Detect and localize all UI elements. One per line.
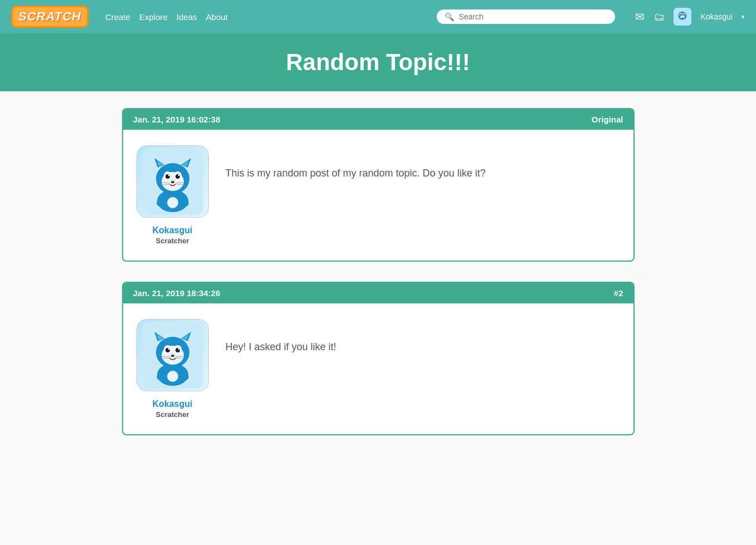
post-timestamp-1: Jan. 21, 2019 16:02:38 xyxy=(133,115,221,124)
user-avatar-nav[interactable] xyxy=(674,8,691,26)
nav-about[interactable]: About xyxy=(206,12,228,22)
post-header-1: Jan. 21, 2019 16:02:38 Original xyxy=(123,109,633,130)
post-tag-2: #2 xyxy=(614,288,623,298)
svg-point-28 xyxy=(167,197,178,208)
username-nav[interactable]: Kokasgui xyxy=(700,12,733,21)
post-text-1: This is my random post of my random topi… xyxy=(226,145,620,201)
post-header-2: Jan. 21, 2019 18:34:26 #2 xyxy=(123,283,633,303)
user-role-1: Scratcher xyxy=(156,237,189,245)
user-role-2: Scratcher xyxy=(156,410,189,419)
nav-create[interactable]: Create xyxy=(105,12,130,22)
avatar-image-1 xyxy=(142,148,203,215)
svg-point-22 xyxy=(171,181,174,183)
page-title-banner: Random Topic!!! xyxy=(0,33,756,91)
svg-point-20 xyxy=(168,175,169,176)
navbar: SCRATCH Create Explore Ideas About 🔍 ✉ 🗂 xyxy=(0,0,756,33)
post-tag-1: Original xyxy=(592,115,623,124)
svg-point-44 xyxy=(178,348,179,350)
avatar-image-2 xyxy=(142,322,203,389)
avatar-image-nav xyxy=(675,9,690,24)
folder-icon[interactable]: 🗂 xyxy=(653,11,665,23)
svg-point-7 xyxy=(682,17,684,18)
user-name-1[interactable]: Kokasgui xyxy=(152,225,192,235)
page-title: Random Topic!!! xyxy=(11,49,745,76)
user-section-2: Kokasgui Scratcher xyxy=(136,319,209,419)
svg-point-4 xyxy=(680,14,682,16)
nav-ideas[interactable]: Ideas xyxy=(177,12,197,22)
dropdown-arrow-icon[interactable]: ▾ xyxy=(742,13,745,21)
post-timestamp-2: Jan. 21, 2019 18:34:26 xyxy=(133,288,221,298)
svg-point-5 xyxy=(684,14,685,16)
search-input[interactable] xyxy=(459,12,607,21)
avatar-wrap-2 xyxy=(136,319,209,391)
search-icon: 🔍 xyxy=(445,12,454,21)
svg-point-43 xyxy=(168,348,169,350)
scratch-logo[interactable]: SCRATCH xyxy=(11,6,89,28)
user-section-1: Kokasgui Scratcher xyxy=(136,145,209,245)
search-bar: 🔍 xyxy=(437,9,615,24)
post-body-2: Kokasgui Scratcher Hey! I asked if you l… xyxy=(123,303,633,434)
post-card-1: Jan. 21, 2019 16:02:38 Original xyxy=(122,108,635,262)
nav-right: ✉ 🗂 Kokasgui ▾ xyxy=(635,8,745,26)
svg-point-21 xyxy=(178,175,179,176)
nav-links: Create Explore Ideas About xyxy=(105,12,228,22)
svg-point-45 xyxy=(171,355,174,357)
post-card-2: Jan. 21, 2019 18:34:26 #2 xyxy=(122,282,635,435)
post-text-2: Hey! I asked if you like it! xyxy=(226,319,620,375)
post-body-1: Kokasgui Scratcher This is my random pos… xyxy=(123,130,633,261)
svg-point-51 xyxy=(167,371,178,382)
user-name-2[interactable]: Kokasgui xyxy=(152,399,192,409)
nav-explore[interactable]: Explore xyxy=(139,12,168,22)
messages-icon[interactable]: ✉ xyxy=(635,10,645,23)
main-content: Jan. 21, 2019 16:02:38 Original xyxy=(111,108,646,435)
avatar-wrap-1 xyxy=(136,145,209,218)
